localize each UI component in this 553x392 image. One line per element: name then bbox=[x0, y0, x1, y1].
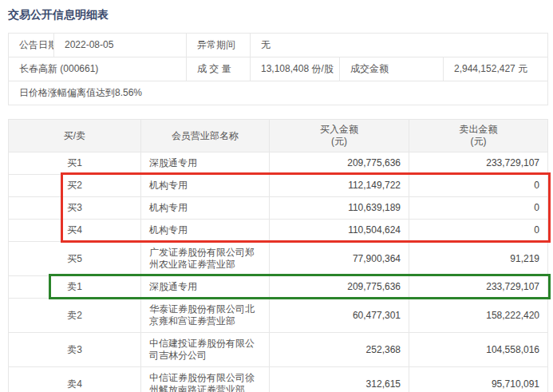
cell-side: 买5 bbox=[9, 242, 141, 276]
cell-side: 卖2 bbox=[9, 299, 141, 333]
cell-sell-amount: 158,222,420 bbox=[409, 299, 548, 333]
cell-sell-amount: 104,558,016 bbox=[409, 333, 548, 367]
cell-sell-amount: 95,710,091 bbox=[409, 367, 548, 392]
cell-buy-amount: 112,149,722 bbox=[270, 175, 409, 197]
cell-sell-amount: 91,219 bbox=[409, 242, 548, 276]
col-header-branch: 会员营业部名称 bbox=[141, 120, 270, 152]
turnover-label: 成交金额 bbox=[340, 57, 444, 81]
cell-sell-amount: 0 bbox=[409, 175, 548, 197]
col-header-branch-label: 会员营业部名称 bbox=[172, 130, 239, 141]
cell-buy-amount: 252,368 bbox=[270, 333, 409, 367]
table-header-row: 买/卖 会员营业部名称 买入金额(元) 卖出金额(元) bbox=[9, 120, 548, 152]
cell-sell-amount: 0 bbox=[409, 220, 548, 242]
col-header-sell-unit: (元) bbox=[414, 136, 543, 148]
page-title: 交易公开信息明细表 bbox=[8, 8, 547, 22]
stock-name: 长春高新 (000661) bbox=[9, 57, 187, 81]
announce-date-label: 公告日期 bbox=[9, 34, 54, 57]
table-row-sell3: 卖3 中信建投证券股份有限公司吉林分公司 252,368 104,558,016 bbox=[9, 333, 548, 367]
cell-buy-amount: 110,639,189 bbox=[270, 197, 409, 220]
table-row-buy5: 买5 广发证券股份有限公司郑州农业路证券营业部 77,900,364 91,21… bbox=[9, 242, 548, 276]
cell-branch: 深股通专用 bbox=[141, 152, 270, 175]
col-header-side: 买/卖 bbox=[9, 120, 141, 152]
col-header-buy-unit: (元) bbox=[275, 136, 404, 148]
turnover-value: 2,944,152,427 元 bbox=[444, 57, 548, 81]
table-row-buy3: 买3 机构专用 110,639,189 0 bbox=[9, 197, 548, 220]
cell-buy-amount: 110,504,624 bbox=[270, 220, 409, 242]
cell-side: 卖3 bbox=[9, 333, 141, 367]
summary-row-date: 公告日期 2022-08-05 异常期间 无 bbox=[9, 34, 548, 57]
summary-row-stock: 长春高新 (000661) 成 交 量 13,108,408 份/股 成交金额 … bbox=[9, 57, 548, 81]
cell-side: 买1 bbox=[9, 152, 141, 175]
cell-branch: 机构专用 bbox=[141, 220, 270, 242]
cell-branch: 深股通专用 bbox=[141, 276, 270, 299]
cell-side: 买4 bbox=[9, 220, 141, 242]
cell-buy-amount: 312,615 bbox=[270, 367, 409, 392]
cell-branch: 华泰证券股份有限公司北京雍和宫证券营业部 bbox=[141, 299, 270, 333]
col-header-side-label: 买/卖 bbox=[64, 130, 85, 141]
col-header-sell-label: 卖出金额 bbox=[460, 124, 498, 135]
trading-detail-table-wrap: 买/卖 会员营业部名称 买入金额(元) 卖出金额(元) 买1 深股通专用 209… bbox=[8, 119, 547, 392]
volume-label: 成 交 量 bbox=[187, 57, 251, 81]
cell-sell-amount: 233,729,107 bbox=[409, 152, 548, 175]
cell-side: 买3 bbox=[9, 197, 141, 220]
deviation-note: 日价格涨幅偏离值达到8.56% bbox=[9, 81, 548, 105]
abnormal-period-value: 无 bbox=[251, 34, 548, 57]
cell-sell-amount: 233,729,107 bbox=[409, 276, 548, 299]
table-row-sell2: 卖2 华泰证券股份有限公司北京雍和宫证券营业部 60,477,301 158,2… bbox=[9, 299, 548, 333]
cell-buy-amount: 209,775,636 bbox=[270, 152, 409, 175]
announce-date-value: 2022-08-05 bbox=[54, 34, 187, 57]
cell-side: 卖1 bbox=[9, 276, 141, 299]
cell-buy-amount: 209,775,636 bbox=[270, 276, 409, 299]
table-row-buy1: 买1 深股通专用 209,775,636 233,729,107 bbox=[9, 152, 548, 175]
summary-row-note: 日价格涨幅偏离值达到8.56% bbox=[9, 81, 548, 105]
cell-branch: 中信证券股份有限公司徐州解放南路证券营业部 bbox=[141, 367, 270, 392]
table-row-buy4: 买4 机构专用 110,504,624 0 bbox=[9, 220, 548, 242]
abnormal-period-label: 异常期间 bbox=[187, 34, 251, 57]
cell-buy-amount: 77,900,364 bbox=[270, 242, 409, 276]
summary-table: 公告日期 2022-08-05 异常期间 无 长春高新 (000661) 成 交… bbox=[8, 33, 548, 105]
cell-side: 买2 bbox=[9, 175, 141, 197]
cell-buy-amount: 60,477,301 bbox=[270, 299, 409, 333]
cell-sell-amount: 0 bbox=[409, 197, 548, 220]
trading-detail-table: 买/卖 会员营业部名称 买入金额(元) 卖出金额(元) 买1 深股通专用 209… bbox=[8, 119, 548, 392]
volume-value: 13,108,408 份/股 bbox=[251, 57, 340, 81]
table-row-sell4: 卖4 中信证券股份有限公司徐州解放南路证券营业部 312,615 95,710,… bbox=[9, 367, 548, 392]
cell-branch: 广发证券股份有限公司郑州农业路证券营业部 bbox=[141, 242, 270, 276]
col-header-buy-label: 买入金额 bbox=[320, 124, 358, 135]
table-row-buy2: 买2 机构专用 112,149,722 0 bbox=[9, 175, 548, 197]
col-header-sell: 卖出金额(元) bbox=[409, 120, 548, 152]
cell-side: 卖4 bbox=[9, 367, 141, 392]
cell-branch: 中信建投证券股份有限公司吉林分公司 bbox=[141, 333, 270, 367]
cell-branch: 机构专用 bbox=[141, 175, 270, 197]
table-row-sell1: 卖1 深股通专用 209,775,636 233,729,107 bbox=[9, 276, 548, 299]
col-header-buy: 买入金额(元) bbox=[270, 120, 409, 152]
report-page: 交易公开信息明细表 公告日期 2022-08-05 异常期间 无 长春高新 (0… bbox=[0, 0, 553, 392]
cell-branch: 机构专用 bbox=[141, 197, 270, 220]
